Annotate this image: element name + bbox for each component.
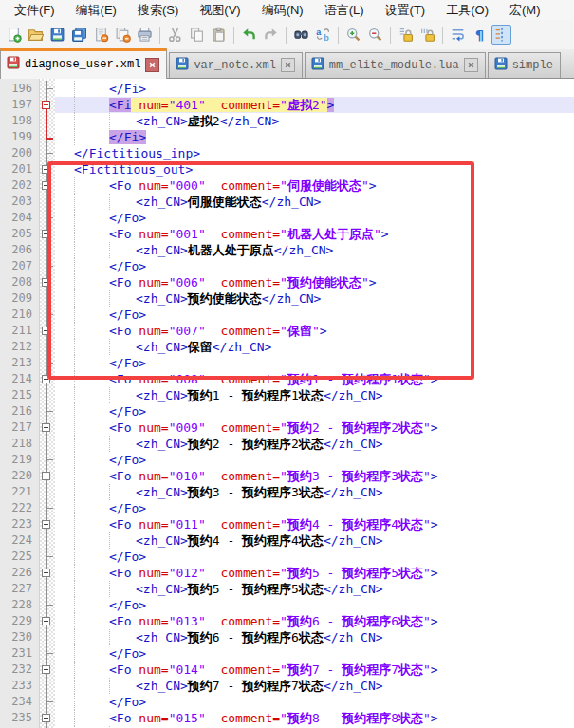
code-text[interactable]: <Fo num="008" comment="预约1 - 预约程序1状态"> (55, 371, 574, 387)
line-number[interactable]: 214 (0, 371, 40, 387)
line-number[interactable]: 206 (0, 242, 40, 258)
line-number[interactable]: 199 (0, 129, 40, 145)
code-text[interactable]: <zh_CN>预约4 - 预约程序4状态</zh_CN> (55, 532, 574, 549)
code-text[interactable]: <Fo num="006" comment="预约使能状态"> (55, 274, 574, 290)
tab-mm_elite_module.lua[interactable]: mm_elite_module.lua (305, 52, 486, 78)
line-number[interactable]: 208 (0, 274, 40, 290)
line-number[interactable]: 204 (0, 210, 40, 226)
code-text[interactable]: <zh_CN>预约7 - 预约程序7状态</zh_CN> (55, 678, 574, 694)
fold-collapse-icon[interactable] (42, 472, 50, 480)
fold-collapse-icon[interactable] (42, 665, 50, 674)
code-text[interactable]: <zh_CN>机器人处于原点</zh_CN> (55, 242, 574, 258)
line-number[interactable]: 203 (0, 194, 40, 210)
indent-guide-icon[interactable] (491, 25, 511, 45)
line-number[interactable]: 230 (0, 629, 40, 645)
line-number[interactable]: 221 (0, 484, 40, 500)
line-number[interactable]: 209 (0, 290, 40, 307)
new-file-icon[interactable] (4, 25, 24, 45)
code-text[interactable]: <Fo num="014" comment="预约7 - 预约程序7状态"> (55, 662, 574, 678)
line-number[interactable]: 218 (0, 436, 40, 452)
line-number[interactable]: 228 (0, 597, 40, 613)
code-text[interactable]: <zh_CN>预约6 - 预约程序6状态</zh_CN> (55, 629, 574, 645)
line-number[interactable]: 226 (0, 565, 40, 581)
menu-item-edit[interactable]: 编辑(E) (65, 0, 127, 21)
line-number[interactable]: 213 (0, 355, 40, 371)
line-number[interactable]: 225 (0, 549, 40, 565)
close-tab-icon[interactable] (281, 58, 295, 72)
code-text[interactable]: </Fo> (55, 307, 574, 323)
menu-item-search[interactable]: 搜索(S) (127, 0, 189, 21)
code-text[interactable]: <Fi num="401" comment="虚拟2"> (55, 97, 574, 113)
fold-collapse-icon[interactable] (42, 101, 50, 109)
menu-item-view[interactable]: 视图(V) (189, 0, 250, 21)
line-number[interactable]: 222 (0, 500, 40, 516)
line-number[interactable]: 224 (0, 532, 40, 549)
fold-collapse-icon[interactable] (42, 375, 50, 383)
line-number[interactable]: 201 (0, 161, 40, 177)
code-text[interactable]: </Fi> (55, 81, 574, 97)
code-text[interactable]: <Fo num="013" comment="预约6 - 预约程序6状态"> (55, 613, 574, 629)
show-all-chars-icon[interactable]: ¶ (470, 25, 490, 45)
fold-collapse-icon[interactable] (42, 278, 50, 287)
fold-collapse-icon[interactable] (42, 165, 50, 174)
save-all-icon[interactable] (69, 25, 89, 45)
find-icon[interactable] (291, 25, 311, 45)
code-text[interactable]: <zh_CN>伺服使能状态</zh_CN> (55, 194, 574, 210)
line-number[interactable]: 234 (0, 694, 40, 710)
open-file-icon[interactable] (26, 25, 46, 45)
code-text[interactable]: </Fo> (55, 452, 574, 468)
close-icon[interactable] (91, 25, 111, 45)
code-text[interactable]: <Fo num="007" comment="保留"> (55, 323, 574, 339)
fold-collapse-icon[interactable] (42, 617, 50, 625)
code-text[interactable]: </Fo> (55, 645, 574, 662)
line-number[interactable]: 233 (0, 678, 40, 694)
code-text[interactable]: <zh_CN>预约5 - 预约程序5状态</zh_CN> (55, 581, 574, 597)
code-text[interactable]: </Fo> (55, 549, 574, 565)
close-tab-icon[interactable] (464, 58, 478, 72)
fold-collapse-icon[interactable] (42, 230, 50, 238)
tab-var_note.xml[interactable]: var_note.xml (169, 52, 302, 78)
menu-item-language[interactable]: 语言(L) (314, 0, 375, 21)
fold-collapse-icon[interactable] (42, 423, 50, 432)
line-number[interactable]: 235 (0, 710, 40, 726)
line-number[interactable]: 207 (0, 258, 40, 274)
line-number[interactable]: 198 (0, 113, 40, 129)
line-number[interactable]: 212 (0, 339, 40, 355)
code-text[interactable]: </Fo> (55, 597, 574, 613)
line-number[interactable]: 210 (0, 307, 40, 323)
code-text[interactable]: <Fo num="011" comment="预约4 - 预约程序4状态"> (55, 516, 574, 532)
close-all-icon[interactable] (113, 25, 133, 45)
close-tab-icon[interactable] (145, 58, 159, 72)
code-text[interactable]: <zh_CN>预约2 - 预约程序2状态</zh_CN> (55, 436, 574, 452)
code-text[interactable]: </Fi> (55, 129, 574, 145)
code-text[interactable]: </Fo> (55, 258, 574, 274)
code-text[interactable]: </Fo> (55, 403, 574, 420)
line-number[interactable]: 217 (0, 420, 40, 436)
fold-collapse-icon[interactable] (42, 327, 50, 335)
code-text[interactable]: <Fo num="015" comment="预约8 - 预约程序8状态"> (55, 710, 574, 726)
line-number[interactable]: 229 (0, 613, 40, 629)
line-number[interactable]: 196 (0, 81, 40, 97)
line-number[interactable]: 215 (0, 387, 40, 403)
code-text[interactable]: <zh_CN>预约3 - 预约程序3状态</zh_CN> (55, 484, 574, 500)
replace-icon[interactable]: ab (313, 25, 333, 45)
menu-item-macro[interactable]: 宏(M) (499, 0, 551, 21)
code-text[interactable]: <Fo num="009" comment="预约2 - 预约程序2状态"> (55, 420, 574, 436)
code-text[interactable]: <zh_CN>虚拟2</zh_CN> (55, 113, 574, 129)
code-text[interactable]: <Fo num="001" comment="机器人处于原点"> (55, 226, 574, 242)
code-text[interactable]: <Fo num="000" comment="伺服使能状态"> (55, 177, 574, 194)
line-number[interactable]: 216 (0, 403, 40, 420)
zoom-out-icon[interactable] (365, 25, 385, 45)
code-text[interactable]: </Fo> (55, 500, 574, 516)
line-number[interactable]: 219 (0, 452, 40, 468)
code-text[interactable]: </Fo> (55, 355, 574, 371)
sync-vertical-icon[interactable] (396, 25, 416, 45)
line-number[interactable]: 232 (0, 662, 40, 678)
menu-item-settings[interactable]: 设置(T) (375, 0, 436, 21)
line-number[interactable]: 197 (0, 97, 40, 113)
undo-icon[interactable] (239, 25, 259, 45)
fold-collapse-icon[interactable] (42, 520, 50, 529)
fold-collapse-icon[interactable] (42, 569, 50, 577)
menu-item-file[interactable]: 文件(F) (4, 0, 65, 21)
line-number[interactable]: 205 (0, 226, 40, 242)
